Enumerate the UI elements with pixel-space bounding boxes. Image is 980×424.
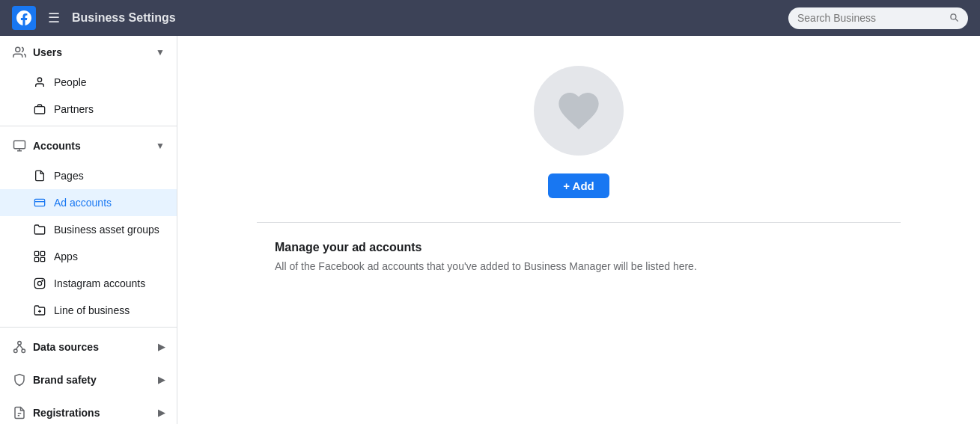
add-button-label: + Add: [563, 179, 594, 192]
accounts-icon: [12, 138, 27, 153]
search-icon: [949, 12, 959, 25]
users-section-label: Users: [33, 46, 62, 58]
main-content: + Add Manage your ad accounts All of the…: [177, 36, 980, 424]
business-asset-groups-icon: [33, 223, 46, 236]
facebook-logo: [12, 6, 36, 30]
accounts-section-label: Accounts: [33, 140, 81, 152]
sidebar-item-people[interactable]: People: [0, 69, 177, 96]
registrations-label: Registrations: [33, 407, 100, 419]
registrations-chevron: ▶: [158, 408, 165, 418]
apps-label: Apps: [54, 251, 78, 262]
sidebar-section-brand-safety[interactable]: Brand safety ▶: [0, 363, 177, 396]
brand-safety-label: Brand safety: [33, 374, 97, 386]
svg-point-12: [42, 280, 43, 281]
menu-icon[interactable]: ☰: [45, 7, 63, 29]
pages-label: Pages: [54, 170, 84, 182]
search-input[interactable]: [797, 12, 943, 24]
ad-accounts-icon: [33, 196, 46, 209]
sidebar-item-apps[interactable]: Apps: [0, 243, 177, 270]
svg-line-18: [16, 345, 19, 349]
svg-rect-4: [34, 199, 44, 206]
people-label: People: [54, 76, 87, 88]
search-bar[interactable]: [788, 7, 968, 29]
svg-rect-10: [34, 278, 44, 288]
ad-accounts-label: Ad accounts: [54, 197, 112, 209]
sidebar-item-ad-accounts[interactable]: Ad accounts: [0, 189, 177, 216]
brand-safety-chevron: ▶: [158, 375, 165, 385]
svg-rect-3: [14, 141, 25, 149]
svg-point-16: [14, 349, 18, 353]
line-of-business-icon: [33, 304, 46, 317]
divider-2: [0, 327, 177, 328]
topbar-title: Business Settings: [72, 11, 779, 25]
svg-rect-6: [34, 251, 38, 255]
sidebar-item-partners[interactable]: Partners: [0, 96, 177, 123]
manage-title: Manage your ad accounts: [275, 241, 883, 254]
brand-safety-icon: [12, 372, 27, 387]
svg-point-1: [37, 78, 41, 82]
add-button[interactable]: + Add: [548, 173, 609, 198]
topbar: ☰ Business Settings: [0, 0, 980, 36]
manage-subtitle: All of the Facebook ad accounts that you…: [275, 260, 883, 272]
svg-rect-9: [40, 257, 44, 261]
sidebar-section-accounts[interactable]: Accounts ▼: [0, 129, 177, 162]
sidebar-item-instagram-accounts[interactable]: Instagram accounts: [0, 270, 177, 297]
empty-icon: [534, 66, 624, 156]
sidebar-item-pages[interactable]: Pages: [0, 162, 177, 189]
people-icon: [33, 76, 46, 89]
users-icon: [12, 45, 27, 60]
users-chevron: ▼: [156, 47, 165, 58]
instagram-icon: [33, 277, 46, 290]
data-sources-chevron: ▶: [158, 342, 165, 352]
business-asset-groups-label: Business asset groups: [54, 224, 159, 236]
instagram-accounts-label: Instagram accounts: [54, 277, 145, 289]
sidebar-item-business-asset-groups[interactable]: Business asset groups: [0, 216, 177, 243]
svg-point-11: [37, 281, 41, 285]
data-sources-icon: [12, 339, 27, 354]
sidebar-section-data-sources[interactable]: Data sources ▶: [0, 331, 177, 363]
svg-point-17: [22, 349, 25, 353]
sidebar-section-users[interactable]: Users ▼: [0, 36, 177, 69]
svg-rect-2: [34, 107, 44, 114]
divider-1: [0, 126, 177, 126]
partners-label: Partners: [54, 103, 94, 115]
manage-section: Manage your ad accounts All of the Faceb…: [257, 241, 901, 272]
svg-point-0: [16, 47, 20, 52]
apps-icon: [33, 250, 46, 263]
svg-line-19: [19, 345, 23, 349]
accounts-chevron: ▼: [156, 141, 165, 151]
svg-rect-8: [34, 257, 38, 261]
line-of-business-label: Line of business: [54, 304, 130, 316]
pages-icon: [33, 169, 46, 182]
registrations-icon: [12, 405, 27, 420]
sidebar-section-registrations[interactable]: Registrations ▶: [0, 396, 177, 424]
sidebar-item-line-of-business[interactable]: Line of business: [0, 297, 177, 324]
data-sources-label: Data sources: [33, 341, 99, 353]
partners-icon: [33, 102, 46, 116]
section-divider: [257, 222, 901, 223]
svg-point-15: [18, 342, 22, 345]
layout: Users ▼ People Partners: [0, 36, 980, 424]
svg-rect-7: [40, 251, 44, 255]
empty-state: + Add Manage your ad accounts All of the…: [242, 36, 916, 287]
sidebar: Users ▼ People Partners: [0, 36, 177, 424]
